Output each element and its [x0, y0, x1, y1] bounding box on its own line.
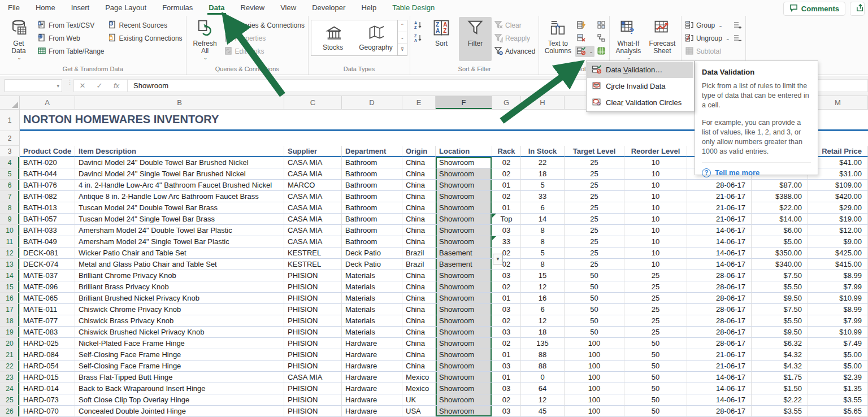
column-header-g[interactable]: G [492, 96, 521, 109]
cell-D9[interactable]: Bathroom [342, 214, 402, 225]
cell-B26[interactable]: Concealed Double Jointed Hinge [75, 406, 284, 417]
table-header-supplier[interactable]: Supplier [284, 146, 342, 157]
cell-H7[interactable]: 33 [521, 191, 565, 202]
cell-E11[interactable]: China [402, 236, 436, 247]
row-header-10[interactable]: 10 [0, 225, 20, 236]
row-header-13[interactable]: 13 [0, 259, 20, 270]
name-box[interactable]: ▾ [5, 79, 62, 92]
table-header-product-code[interactable]: Product Code [20, 146, 75, 157]
cell-F7[interactable]: Showroom [436, 191, 492, 202]
advanced-button[interactable]: Advanced [493, 46, 536, 57]
cell-I17[interactable]: 50 [565, 304, 624, 315]
cell-M10[interactable]: $12.00 [808, 225, 868, 236]
cell-F12[interactable]: Basement [436, 247, 492, 259]
cell-I14[interactable]: 50 [565, 270, 624, 281]
remove-duplicates-button[interactable] [575, 33, 594, 44]
cell-H21[interactable]: 88 [521, 349, 565, 360]
existing-connections-button[interactable]: Existing Connections [107, 33, 184, 44]
row-header-19[interactable]: 19 [0, 327, 20, 338]
cell-J6[interactable]: 10 [624, 180, 687, 191]
cell-H9[interactable]: 14 [521, 214, 565, 225]
ribbon-tab-help[interactable]: Help [353, 0, 384, 16]
cell-C18[interactable]: PHISION [284, 315, 342, 327]
row-header-26[interactable]: 26 [0, 406, 20, 417]
table-header-reorder-level[interactable]: Reorder Level [624, 146, 687, 157]
table-header-rack[interactable]: Rack [492, 146, 521, 157]
row-header-20[interactable]: 20 [0, 338, 20, 349]
row-header-5[interactable]: 5 [0, 168, 20, 180]
from-table-button[interactable]: From Table/Range [36, 46, 106, 57]
row-header-8[interactable]: 8 [0, 202, 20, 214]
cell-K21[interactable]: 21-06-17 [687, 349, 752, 360]
group-button[interactable]: Group⌄ [684, 20, 731, 31]
cell-K24[interactable]: 14-06-17 [687, 383, 752, 394]
cell-J10[interactable]: 10 [624, 225, 687, 236]
cell-I25[interactable]: 100 [565, 394, 624, 406]
cell-B8[interactable]: Tuscan Model 24" Double Towel Bar Brass [75, 202, 284, 214]
cell-J23[interactable]: 50 [624, 372, 687, 383]
cell-K12[interactable]: 14-06-17 [687, 247, 752, 259]
cell-H25[interactable]: 12 [521, 394, 565, 406]
stocks-card[interactable]: Stocks [311, 20, 354, 55]
cell-A9[interactable]: BATH-057 [20, 214, 75, 225]
cell-L9[interactable]: $14.00 [752, 214, 808, 225]
cell-B19[interactable]: Chiswick Brushed Nickel Privacy Knob [75, 327, 284, 338]
cell-A8[interactable]: BATH-013 [20, 202, 75, 214]
cell-L11[interactable]: $5.00 [752, 236, 808, 247]
cell-F15[interactable]: Showroom [436, 281, 492, 293]
row-header-16[interactable]: 16 [0, 293, 20, 304]
cell-G18[interactable]: 02 [492, 315, 521, 327]
ribbon-tab-table-design[interactable]: Table Design [384, 0, 442, 16]
cell-B22[interactable]: Self-Closing Face Frame Hinge [75, 360, 284, 372]
cell-C4[interactable]: CASA MIA [284, 157, 342, 168]
cell-I24[interactable]: 100 [565, 383, 624, 394]
filter-button[interactable]: Filter [459, 17, 492, 61]
column-header-d[interactable]: D [342, 96, 402, 109]
cell-F26[interactable]: Showroom [436, 406, 492, 417]
cell-H24[interactable]: 64 [521, 383, 565, 394]
cell-J21[interactable]: 50 [624, 349, 687, 360]
cell-M15[interactable]: $7.99 [808, 281, 868, 293]
cell-F20[interactable]: Showroom [436, 338, 492, 349]
column-header-c[interactable]: C [284, 96, 342, 109]
cell-L25[interactable]: $2.22 [752, 394, 808, 406]
cell-A17[interactable]: MATE-011 [20, 304, 75, 315]
cell-K22[interactable]: 21-06-17 [687, 360, 752, 372]
cell-J22[interactable]: 50 [624, 360, 687, 372]
row-header-7[interactable]: 7 [0, 191, 20, 202]
cell-E8[interactable]: China [402, 202, 436, 214]
cell-D17[interactable]: Materials [342, 304, 402, 315]
cell-F22[interactable]: Showroom [436, 360, 492, 372]
cell-B21[interactable]: Self-Closing Face Frame Hinge [75, 349, 284, 360]
cell-K16[interactable]: 28-06-17 [687, 293, 752, 304]
cell-M19[interactable]: $10.99 [808, 327, 868, 338]
get-data-button[interactable]: Get Data⌄ [2, 17, 35, 61]
cell-B25[interactable]: Soft Close Clip Top Overlay Hinge [75, 394, 284, 406]
cell-A21[interactable]: HARD-084 [20, 349, 75, 360]
cell-H5[interactable]: 18 [521, 168, 565, 180]
cell-C26[interactable]: PHISION [284, 406, 342, 417]
cell-H6[interactable]: 5 [521, 180, 565, 191]
cell-F19[interactable]: Showroom [436, 327, 492, 338]
cell-L24[interactable]: $1.50 [752, 383, 808, 394]
ribbon-tab-developer[interactable]: Developer [304, 0, 353, 16]
cell-K25[interactable]: 14-06-17 [687, 394, 752, 406]
cell-D11[interactable]: Bathroom [342, 236, 402, 247]
cell-F10[interactable]: Showroom [436, 225, 492, 236]
cell-I23[interactable]: 100 [565, 372, 624, 383]
cell-B7[interactable]: Antique 8 in. 2-Handle Low Arc Bathroom … [75, 191, 284, 202]
row-header-4[interactable]: 4 [0, 157, 20, 168]
column-header-a[interactable]: A [20, 96, 75, 109]
cell-I5[interactable]: 25 [565, 168, 624, 180]
cell-B15[interactable]: Brilliant Brass Privacy Knob [75, 281, 284, 293]
cell-K17[interactable]: 28-06-17 [687, 304, 752, 315]
cell-E13[interactable]: Brazil [402, 259, 436, 270]
formula-bar-divider[interactable]: ⋮ [67, 80, 73, 84]
row-header-18[interactable]: 18 [0, 315, 20, 327]
ribbon-tab-view[interactable]: View [272, 0, 304, 16]
cell-M7[interactable]: $420.00 [808, 191, 868, 202]
cell-D24[interactable]: Hardware [342, 383, 402, 394]
cell-C17[interactable]: PHISION [284, 304, 342, 315]
cell-A19[interactable]: MATE-083 [20, 327, 75, 338]
cell-L21[interactable]: $4.32 [752, 349, 808, 360]
